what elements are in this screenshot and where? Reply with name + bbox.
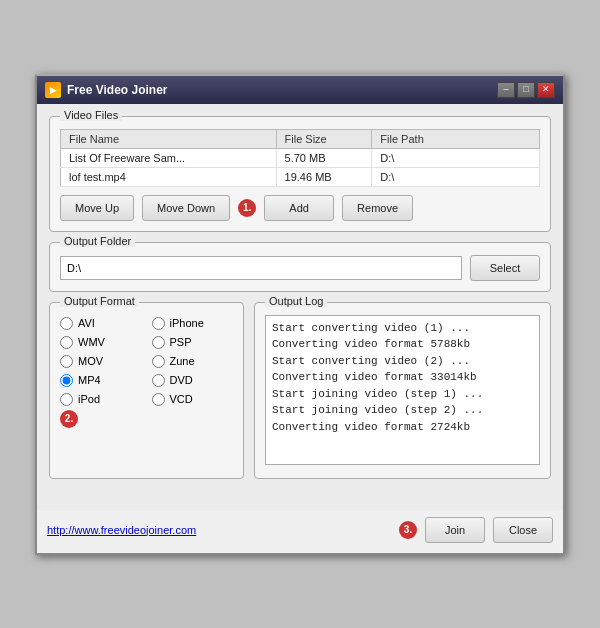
col-header-name: File Name [61,129,277,148]
radio-psp[interactable] [152,336,165,349]
radio-label-avi: AVI [78,317,95,329]
format-option-ipod: iPod [60,393,142,406]
format-option-iphone: iPhone [152,317,234,330]
video-files-label: Video Files [60,109,122,121]
output-folder-label: Output Folder [60,235,135,247]
radio-label-vcd: VCD [170,393,193,405]
format-option-avi: AVI [60,317,142,330]
step2-badge: 2. [60,410,78,428]
remove-button[interactable]: Remove [342,195,413,221]
footer: http://www.freevideojoiner.com 3. Join C… [37,511,563,553]
close-button[interactable]: Close [493,517,553,543]
title-buttons: – □ ✕ [497,82,555,98]
video-files-group: Video Files File Name File Size File Pat… [49,116,551,232]
output-format-label: Output Format [60,295,139,307]
radio-vcd[interactable] [152,393,165,406]
radio-iphone[interactable] [152,317,165,330]
output-log-label: Output Log [265,295,327,307]
radio-label-iphone: iPhone [170,317,204,329]
footer-buttons: 3. Join Close [399,517,553,543]
title-bar-left: ▶ Free Video Joiner [45,82,167,98]
format-option-vcd: VCD [152,393,234,406]
output-log-textarea[interactable] [265,315,540,465]
file-buttons-row: Move Up Move Down 1. Add Remove [60,195,540,221]
output-folder-row: Select [60,255,540,281]
radio-label-psp: PSP [170,336,192,348]
output-folder-group: Output Folder Select [49,242,551,292]
output-log-group: Output Log [254,302,551,479]
file-size-cell: 19.46 MB [276,167,372,186]
main-window: ▶ Free Video Joiner – □ ✕ Video Files Fi… [35,74,565,555]
radio-label-mov: MOV [78,355,103,367]
radio-wmv[interactable] [60,336,73,349]
file-size-cell: 5.70 MB [276,148,372,167]
folder-input[interactable] [60,256,462,280]
file-name-cell: lof test.mp4 [61,167,277,186]
content-area: Video Files File Name File Size File Pat… [37,104,563,511]
select-folder-button[interactable]: Select [470,255,540,281]
format-option-mp4: MP4 [60,374,142,387]
radio-mov[interactable] [60,355,73,368]
table-row[interactable]: List Of Freeware Sam... 5.70 MB D:\ [61,148,540,167]
app-icon: ▶ [45,82,61,98]
add-button[interactable]: Add [264,195,334,221]
bottom-section: Output Format AVI iPhone WMV PSP MOV Zun… [49,302,551,489]
radio-ipod[interactable] [60,393,73,406]
join-button[interactable]: Join [425,517,485,543]
table-row[interactable]: lof test.mp4 19.46 MB D:\ [61,167,540,186]
step1-badge: 1. [238,199,256,217]
format-radio-grid: AVI iPhone WMV PSP MOV Zune MP4 DVD iPod [60,317,233,406]
radio-avi[interactable] [60,317,73,330]
output-format-group: Output Format AVI iPhone WMV PSP MOV Zun… [49,302,244,479]
format-option-mov: MOV [60,355,142,368]
radio-label-dvd: DVD [170,374,193,386]
radio-label-mp4: MP4 [78,374,101,386]
radio-label-zune: Zune [170,355,195,367]
format-option-zune: Zune [152,355,234,368]
radio-label-ipod: iPod [78,393,100,405]
step3-badge: 3. [399,521,417,539]
close-window-button[interactable]: ✕ [537,82,555,98]
format-option-psp: PSP [152,336,234,349]
file-table: File Name File Size File Path List Of Fr… [60,129,540,187]
col-header-size: File Size [276,129,372,148]
format-option-dvd: DVD [152,374,234,387]
radio-label-wmv: WMV [78,336,105,348]
radio-dvd[interactable] [152,374,165,387]
file-path-cell: D:\ [372,167,540,186]
move-up-button[interactable]: Move Up [60,195,134,221]
file-path-cell: D:\ [372,148,540,167]
format-option-wmv: WMV [60,336,142,349]
title-bar: ▶ Free Video Joiner – □ ✕ [37,76,563,104]
col-header-path: File Path [372,129,540,148]
maximize-button[interactable]: □ [517,82,535,98]
move-down-button[interactable]: Move Down [142,195,230,221]
minimize-button[interactable]: – [497,82,515,98]
window-title: Free Video Joiner [67,83,167,97]
radio-zune[interactable] [152,355,165,368]
website-link[interactable]: http://www.freevideojoiner.com [47,524,196,536]
radio-mp4[interactable] [60,374,73,387]
file-name-cell: List Of Freeware Sam... [61,148,277,167]
